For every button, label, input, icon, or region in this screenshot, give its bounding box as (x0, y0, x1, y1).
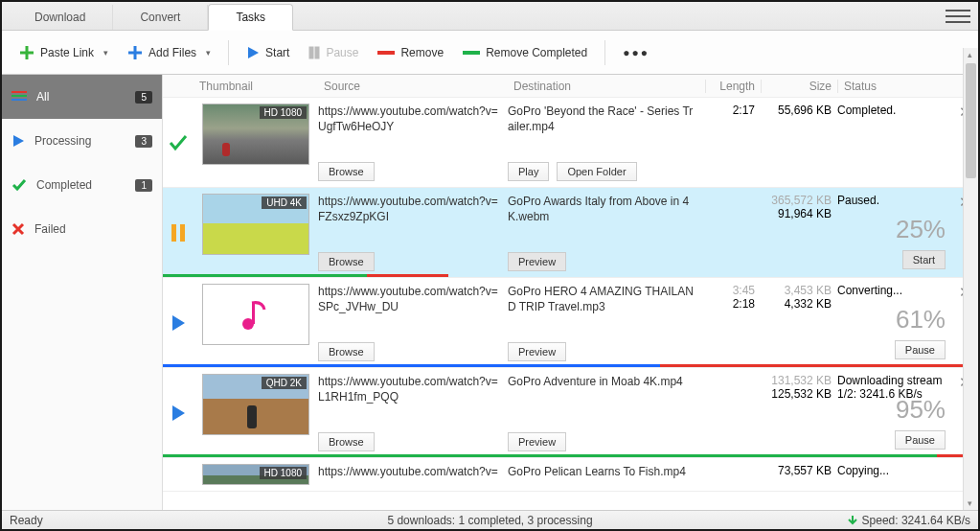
destination-name: GoPro Adventure in Moab 4K.mp4 (508, 374, 697, 389)
main-tabs: Download Convert Tasks (2, 2, 978, 31)
sidebar-item-processing[interactable]: Processing 3 (2, 119, 162, 163)
play-icon (11, 134, 25, 148)
sidebar: All 5 Processing 3 Completed 1 Failed (2, 75, 163, 510)
length-value: 2:17 (705, 104, 761, 181)
source-url: https://www.youtube.com/watch?v= (318, 464, 500, 479)
open-folder-button[interactable]: Open Folder (557, 162, 636, 181)
source-url: https://www.youtube.com/watch?v=SPc_JVHw… (318, 284, 500, 314)
pause-task-button[interactable]: Pause (895, 430, 946, 450)
svg-rect-6 (11, 99, 27, 101)
pause-icon (308, 46, 320, 59)
size-total: 131,532 KB (761, 374, 832, 387)
list-icon (11, 90, 27, 104)
tab-convert[interactable]: Convert (113, 5, 208, 30)
chevron-down-icon: ▾ (206, 48, 211, 58)
sidebar-item-completed[interactable]: Completed 1 (2, 163, 162, 207)
sidebar-item-label: Processing (34, 134, 91, 148)
thumbnail: HD 1080 (202, 104, 309, 165)
browse-button[interactable]: Browse (318, 162, 375, 181)
header-status[interactable]: Status (837, 80, 951, 93)
chevron-down-icon: ▾ (103, 48, 108, 58)
sidebar-item-label: Completed (36, 178, 92, 192)
header-thumbnail[interactable]: Thumbnail (194, 80, 318, 93)
length-total: 3:45 (705, 284, 755, 297)
tab-download[interactable]: Download (8, 5, 113, 30)
minus-icon (463, 50, 480, 56)
preview-button[interactable]: Preview (508, 252, 566, 271)
browse-button[interactable]: Browse (318, 432, 375, 451)
task-row[interactable]: QHD 2K https://www.youtube.com/watch?v=L… (163, 368, 978, 458)
size-total: 3,453 KB (761, 284, 832, 297)
svg-rect-0 (309, 47, 313, 58)
start-button[interactable]: Start (239, 40, 297, 65)
pause-task-button[interactable]: Pause (895, 340, 946, 359)
status-ready: Ready (2, 514, 51, 527)
task-row[interactable]: UHD 4K https://www.youtube.com/watch?v=F… (163, 188, 978, 278)
pause-button: Pause (301, 40, 366, 65)
browse-button[interactable]: Browse (318, 252, 375, 271)
source-url: https://www.youtube.com/watch?v=L1RH1fm_… (318, 374, 500, 404)
sidebar-item-label: All (36, 90, 49, 104)
minus-icon (377, 50, 395, 56)
svg-rect-10 (252, 303, 255, 324)
remove-completed-label: Remove Completed (486, 46, 587, 59)
status-summary: 5 downloads: 1 completed, 3 processing (387, 514, 592, 527)
size-value: 125,532 KB (761, 387, 832, 401)
destination-name: GoPro Pelican Learns To Fish.mp4 (508, 464, 697, 479)
count-badge: 1 (135, 179, 152, 192)
task-row[interactable]: https://www.youtube.com/watch?v=SPc_JVHw… (163, 278, 978, 368)
size-value: 73,557 KB (761, 464, 837, 485)
start-task-button[interactable]: Start (902, 250, 946, 269)
browse-button[interactable]: Browse (318, 342, 375, 361)
header-destination[interactable]: Destination (508, 80, 705, 93)
task-list-area: Thumbnail Source Destination Length Size… (163, 75, 978, 510)
more-button[interactable]: ●●● (615, 40, 657, 65)
column-headers: Thumbnail Source Destination Length Size… (163, 75, 978, 98)
task-row[interactable]: HD 1080 https://www.youtube.com/watch?v=… (163, 458, 978, 492)
quality-badge: HD 1080 (260, 106, 307, 119)
remove-label: Remove (400, 46, 444, 59)
add-files-button[interactable]: Add Files ▾ (120, 39, 218, 66)
menu-icon[interactable] (946, 6, 970, 27)
source-url: https://www.youtube.com/watch?v=UgfTw6He… (318, 104, 500, 134)
quality-badge: QHD 2K (262, 377, 307, 389)
status-speed: Speed: 3241.64 KB/s (862, 514, 970, 527)
play-button[interactable]: Play (508, 162, 549, 181)
svg-rect-8 (180, 224, 185, 242)
preview-button[interactable]: Preview (508, 432, 566, 451)
svg-rect-5 (11, 95, 27, 97)
progress-percent: 25% (896, 215, 946, 244)
status-text: Completed. (837, 104, 896, 117)
length-value: 2:18 (705, 297, 755, 311)
status-text: Copying... (837, 464, 889, 477)
thumbnail: QHD 2K (202, 374, 309, 435)
thumbnail: HD 1080 (202, 464, 309, 485)
header-source[interactable]: Source (318, 80, 508, 93)
remove-button[interactable]: Remove (370, 40, 451, 65)
play-icon (171, 314, 186, 332)
toolbar: Paste Link ▾ Add Files ▾ Start Pause Rem… (2, 31, 978, 75)
remove-completed-button[interactable]: Remove Completed (455, 40, 595, 65)
sidebar-item-all[interactable]: All 5 (2, 75, 162, 119)
header-length[interactable]: Length (705, 80, 761, 93)
dots-icon: ●●● (623, 46, 650, 59)
paste-link-button[interactable]: Paste Link ▾ (11, 39, 116, 66)
header-size[interactable]: Size (761, 80, 837, 93)
progress-percent: 61% (896, 305, 946, 335)
check-icon (11, 178, 27, 192)
quality-badge: HD 1080 (260, 467, 307, 479)
play-icon (171, 404, 186, 422)
tasks-container[interactable]: HD 1080 https://www.youtube.com/watch?v=… (163, 98, 978, 510)
tab-tasks[interactable]: Tasks (208, 4, 293, 31)
sidebar-item-label: Failed (34, 222, 66, 236)
sidebar-item-failed[interactable]: Failed (2, 207, 162, 251)
source-url: https://www.youtube.com/watch?v=FZsxz9Zp… (318, 194, 500, 224)
scrollbar-thumb[interactable] (966, 63, 976, 178)
thumbnail: UHD 4K (202, 194, 309, 255)
download-arrow-icon (847, 515, 858, 526)
task-row[interactable]: HD 1080 https://www.youtube.com/watch?v=… (163, 98, 978, 188)
preview-button[interactable]: Preview (508, 342, 566, 361)
destination-name: GoPro 'Beyond the Race' - Series Trailer… (508, 104, 697, 134)
paste-link-label: Paste Link (40, 46, 94, 59)
scrollbar[interactable] (963, 48, 978, 510)
